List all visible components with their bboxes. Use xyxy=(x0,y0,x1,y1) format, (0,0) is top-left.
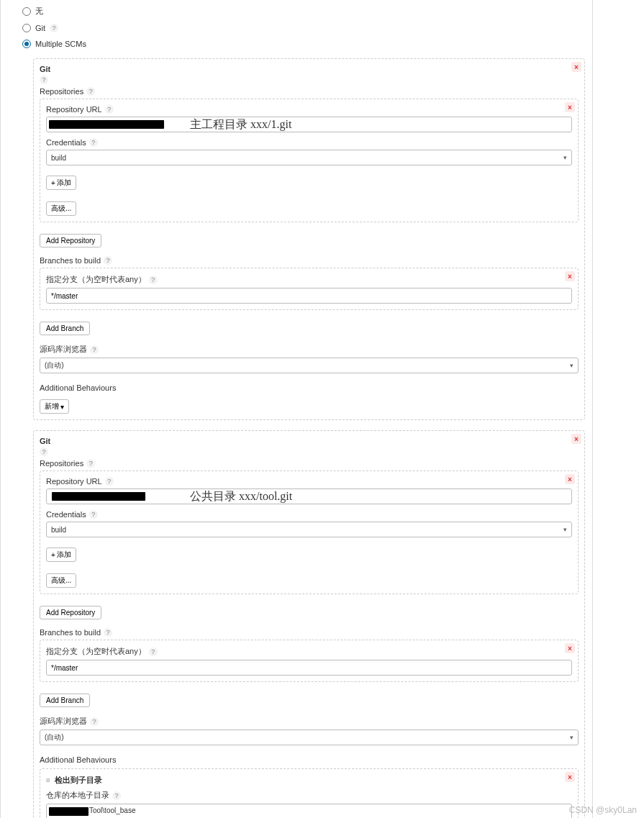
delete-scm-button[interactable]: × xyxy=(571,434,581,444)
branch-spec-input[interactable] xyxy=(46,660,572,676)
browser-select[interactable]: (自动) xyxy=(40,730,579,745)
behaviours-label: Additional Behaviours xyxy=(40,755,116,764)
delete-behaviour-button[interactable]: × xyxy=(565,772,575,782)
repositories-label: Repositories xyxy=(40,87,83,96)
help-icon[interactable]: ? xyxy=(89,510,98,519)
add-credentials-button[interactable]: + 添加 xyxy=(46,547,76,562)
radio-label-git: Git xyxy=(35,24,45,32)
radio-scm-none[interactable] xyxy=(22,7,31,16)
add-behaviour-button[interactable]: 新增 ▾ xyxy=(40,399,69,414)
credentials-label: Credentials xyxy=(46,510,86,519)
help-icon[interactable]: ? xyxy=(40,76,48,84)
branches-label: Branches to build xyxy=(40,256,101,265)
help-icon[interactable]: ? xyxy=(105,477,114,486)
branch-spec-label: 指定分支（为空时代表any） xyxy=(46,646,146,657)
repository-box: × Repository URL ? 主工程目录 xxx/1.git Crede… xyxy=(40,99,579,222)
scm-block-2: × Git ? Repositories ? × Repository URL … xyxy=(33,430,585,818)
help-icon[interactable]: ? xyxy=(90,345,99,354)
help-icon[interactable]: ? xyxy=(149,647,158,656)
help-icon[interactable]: ? xyxy=(112,791,121,800)
help-icon[interactable]: ? xyxy=(104,256,112,265)
delete-repo-button[interactable]: × xyxy=(565,474,575,484)
radio-scm-multiple[interactable] xyxy=(22,40,31,48)
add-branch-button[interactable]: Add Branch xyxy=(40,694,90,707)
add-branch-button[interactable]: Add Branch xyxy=(40,322,90,335)
add-repository-button[interactable]: Add Repository xyxy=(40,606,101,619)
radio-scm-git[interactable] xyxy=(22,24,31,32)
branch-spec-input[interactable] xyxy=(46,288,572,304)
delete-scm-button[interactable]: × xyxy=(571,62,581,72)
behaviour-title: 检出到子目录 xyxy=(55,775,102,786)
radio-label-multiple: Multiple SCMs xyxy=(35,40,86,48)
browser-label: 源码库浏览器 xyxy=(40,716,87,727)
behaviours-label: Additional Behaviours xyxy=(40,383,116,392)
delete-repo-button[interactable]: × xyxy=(565,102,575,112)
help-icon[interactable]: ? xyxy=(50,24,58,32)
advanced-button[interactable]: 高级... xyxy=(46,201,76,216)
delete-branch-button[interactable]: × xyxy=(565,271,575,281)
branch-box: × 指定分支（为空时代表any） ? xyxy=(40,268,579,310)
credentials-label: Credentials xyxy=(46,138,86,147)
drag-handle-icon[interactable]: ≡ xyxy=(46,776,50,784)
branches-label: Branches to build xyxy=(40,628,101,637)
radio-label-none: 无 xyxy=(35,6,43,17)
delete-branch-button[interactable]: × xyxy=(565,643,575,653)
add-repository-button[interactable]: Add Repository xyxy=(40,234,101,247)
help-icon[interactable]: ? xyxy=(105,105,114,114)
repo-url-label: Repository URL xyxy=(46,105,102,114)
browser-select[interactable]: (自动) xyxy=(40,358,579,373)
repository-box: × Repository URL ? 公共目录 xxx/tool.git Cre… xyxy=(40,471,579,594)
help-icon[interactable]: ? xyxy=(86,87,95,96)
help-icon[interactable]: ? xyxy=(90,717,99,726)
advanced-button[interactable]: 高级... xyxy=(46,573,76,588)
browser-label: 源码库浏览器 xyxy=(40,344,87,355)
branch-spec-label: 指定分支（为空时代表any） xyxy=(46,274,146,285)
watermark: CSDN @sky0Lan xyxy=(569,805,637,815)
add-credentials-button[interactable]: + 添加 xyxy=(46,176,76,190)
help-icon[interactable]: ? xyxy=(104,628,112,637)
help-icon[interactable]: ? xyxy=(86,459,95,468)
credentials-select[interactable]: build xyxy=(46,522,572,537)
scm-title: Git xyxy=(40,437,579,445)
help-icon[interactable]: ? xyxy=(149,276,158,284)
behaviour-checkout-subdir: × ≡ 检出到子目录 仓库的本地子目录 ? Tool\tool_base 将to… xyxy=(40,768,579,818)
help-icon[interactable]: ? xyxy=(89,138,98,147)
help-icon[interactable]: ? xyxy=(40,447,48,456)
scm-title: Git xyxy=(40,65,579,73)
scm-block-1: × Git ? Repositories ? × Repository URL … xyxy=(33,58,585,420)
repositories-label: Repositories xyxy=(40,459,83,468)
credentials-select[interactable]: build xyxy=(46,150,572,165)
subdir-label: 仓库的本地子目录 xyxy=(46,790,109,801)
branch-box: × 指定分支（为空时代表any） ? xyxy=(40,640,579,682)
repo-url-label: Repository URL xyxy=(46,477,102,486)
subdir-visible-text: Tool\tool_base xyxy=(89,806,136,814)
